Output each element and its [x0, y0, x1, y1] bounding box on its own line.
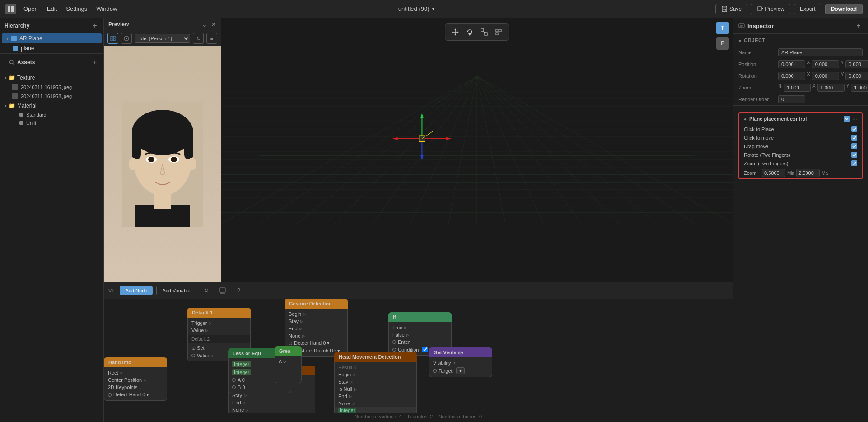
tool-rotate[interactable] — [463, 26, 476, 38]
placement-collapse-icon: ● — [744, 117, 747, 122]
svg-line-83 — [484, 32, 485, 33]
preview-button[interactable]: Preview — [751, 4, 790, 14]
rotation-x-input[interactable] — [778, 72, 805, 80]
asset-file-1[interactable]: 20240311-161955.jpeg — [7, 83, 103, 92]
node-row: Target ▾ — [429, 366, 492, 375]
tool-snap[interactable] — [492, 26, 505, 38]
port-out: ▷ — [302, 334, 305, 338]
placement-zoom-row: Zoom Min Ma — [739, 168, 862, 178]
material-standard[interactable]: Standard — [7, 111, 103, 119]
title-dropdown-arrow[interactable]: ▾ — [432, 6, 434, 11]
rotate-two-fingers-checkbox[interactable] — [851, 152, 857, 158]
preview-refresh-btn[interactable]: ↻ — [193, 33, 204, 44]
node-canvas[interactable]: Default 1 Trigger ▷ Value ▷ Default 2 — [104, 299, 733, 413]
menu-settings[interactable]: Settings — [66, 5, 87, 12]
asset-file-2[interactable]: 20240311-161958.jpeg — [7, 92, 103, 101]
node-head-movement[interactable]: Head Movement Detection Result ○ Begin ▷… — [334, 352, 417, 413]
texture-group-header[interactable]: ▾ 📁 Texture — [0, 73, 103, 83]
rotation-x-label: X — [807, 72, 810, 80]
node-default1-header: Default 1 — [187, 308, 251, 318]
port-out: ○ — [358, 408, 360, 413]
placement-title: Plane placement control — [749, 116, 841, 122]
position-y-label: Y — [841, 60, 844, 68]
object-section-header[interactable]: ● Object — [733, 34, 868, 47]
zoom-row: Zoom ⇅ X Y Z — [733, 82, 868, 94]
node-row: True ▷ — [389, 324, 451, 331]
render-order-row: Render Order — [733, 94, 868, 105]
export-button[interactable]: Export — [794, 4, 821, 14]
add-node-button[interactable]: Add Node — [120, 286, 153, 295]
zoom-y-input[interactable] — [817, 84, 845, 92]
menu-open[interactable]: Open — [23, 5, 38, 12]
click-to-move-checkbox[interactable] — [851, 135, 857, 141]
node-hand-info[interactable]: Hand Info Rect ○ Center Position ○ 2D Ke… — [104, 357, 167, 401]
port-b — [232, 385, 236, 389]
svg-point-21 — [132, 110, 193, 155]
position-y-input[interactable] — [812, 60, 839, 68]
render-order-input[interactable] — [778, 95, 805, 103]
rotation-y-input[interactable] — [812, 72, 839, 80]
zoom-step-icon: ⇅ — [778, 84, 782, 92]
svg-rect-86 — [496, 33, 498, 35]
hierarchy-title: Hierarchy — [5, 23, 29, 29]
node-export-btn[interactable] — [216, 284, 229, 297]
save-button[interactable]: Save — [715, 4, 747, 14]
svg-rect-6 — [723, 9, 726, 11]
position-x-input[interactable] — [778, 60, 805, 68]
condition-checkbox[interactable] — [422, 347, 428, 352]
preview-mode-btn-target[interactable] — [121, 33, 132, 44]
node-help-btn[interactable]: ? — [233, 284, 245, 297]
tool-scale[interactable] — [478, 26, 490, 38]
placement-header[interactable]: ● Plane placement control ··· — [739, 113, 862, 125]
placement-toggle[interactable] — [844, 116, 850, 122]
menu-edit[interactable]: Edit — [47, 5, 57, 12]
download-button[interactable]: Download — [825, 4, 863, 14]
svg-point-29 — [171, 157, 177, 162]
node-row: Trigger ▷ — [188, 319, 250, 327]
assets-title: Assets — [17, 59, 35, 66]
inspector-add-button[interactable]: + — [854, 22, 863, 30]
menu-window[interactable]: Window — [96, 5, 117, 12]
rotation-row: Rotation X Y Z — [733, 70, 868, 82]
node-greater[interactable]: Grea A ○ — [275, 346, 302, 383]
preview-collapse-icon[interactable]: ⌄ — [202, 21, 207, 28]
preview-close-icon[interactable]: ✕ — [211, 21, 216, 28]
preview-mode-btn-grid[interactable] — [107, 33, 118, 44]
placement-menu-btn[interactable]: ··· — [853, 116, 857, 122]
click-to-place-checkbox[interactable] — [851, 126, 857, 132]
hierarchy-item-ar-plane[interactable]: ▾ AR Plane — [2, 33, 102, 43]
add-variable-button[interactable]: Add Variable — [156, 286, 196, 295]
svg-line-10 — [13, 63, 14, 65]
hierarchy-add-button[interactable]: + — [91, 22, 99, 30]
port-out: ▷ — [209, 321, 211, 325]
svg-rect-3 — [11, 9, 14, 12]
drag-move-checkbox[interactable] — [851, 143, 857, 149]
hierarchy-item-plane[interactable]: plane — [0, 43, 103, 53]
name-input[interactable] — [778, 48, 863, 56]
zoom-z-input[interactable] — [851, 84, 868, 92]
zoom-x-input[interactable] — [784, 84, 811, 92]
preview-stop-btn[interactable]: ■ — [206, 33, 217, 44]
port-out: ▷ — [352, 402, 355, 406]
tool-move[interactable] — [449, 26, 462, 38]
zoom-two-fingers-checkbox[interactable] — [851, 160, 857, 166]
preview-mode-select[interactable]: Idel (Person 1) — [135, 34, 190, 43]
assets-add-button[interactable]: + — [91, 58, 99, 66]
node-row: False ▷ — [389, 331, 451, 338]
rotation-xyz: X Y Z — [778, 72, 868, 80]
rotation-z-input[interactable] — [845, 72, 868, 80]
3d-viewport[interactable]: T F — [221, 18, 733, 282]
material-group-header[interactable]: ▾ 📁 Material — [0, 101, 103, 111]
node-refresh-btn[interactable]: ↻ — [200, 284, 213, 297]
zoom-min-input[interactable] — [796, 169, 820, 177]
position-z-input[interactable] — [845, 60, 868, 68]
port-out: ▷ — [349, 394, 352, 399]
preview-header: Preview ⌄ ✕ — [104, 18, 221, 31]
plane-placement-control: ● Plane placement control ··· Click to P… — [738, 112, 863, 179]
viewport-corner-t: T — [716, 22, 729, 34]
material-unlit[interactable]: Unlit — [7, 119, 103, 127]
node-get-visibility[interactable]: Get Visibility Visibility ○ Target ▾ — [429, 347, 492, 377]
zoom-value-input[interactable] — [762, 169, 785, 177]
rotate-two-fingers-row: Rotate (Two Fingers) — [739, 150, 862, 159]
inspector-icon — [738, 23, 745, 29]
